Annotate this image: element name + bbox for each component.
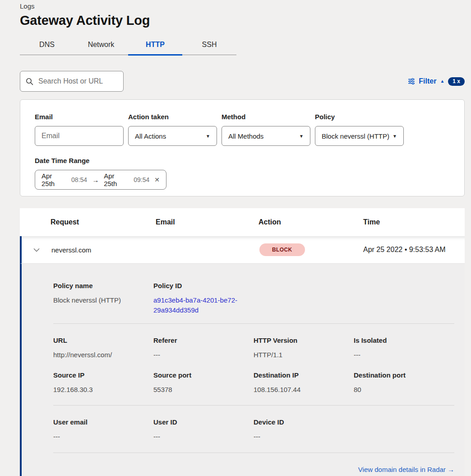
row-time: Apr 25 2022 • 9:53:53 AM xyxy=(363,246,465,254)
destination-port-value: 80 xyxy=(354,385,454,395)
filter-toggle[interactable]: Filter ▲ 1 x xyxy=(408,77,465,86)
search-box[interactable] xyxy=(20,71,124,92)
page-title: Gateway Activity Log xyxy=(20,13,465,28)
user-email-label: User email xyxy=(53,418,153,426)
caret-up-icon: ▲ xyxy=(440,79,444,84)
policy-id-label: Policy ID xyxy=(153,282,454,289)
policy-name-field: Policy name Block neverssl (HTTP) xyxy=(53,282,153,315)
source-port-label: Source port xyxy=(153,371,254,379)
caret-down-icon: ▼ xyxy=(206,134,210,139)
policy-name-value: Block neverssl (HTTP) xyxy=(53,295,153,305)
arrow-right-icon: → xyxy=(92,176,99,184)
action-filter-label: Action taken xyxy=(128,113,217,121)
divider xyxy=(53,323,454,324)
source-ip-label: Source IP xyxy=(53,371,153,379)
http-version-value: HTTP/1.1 xyxy=(254,350,354,360)
tab-bar: DNS Network HTTP SSH xyxy=(20,35,236,55)
column-header-action: Action xyxy=(259,218,363,226)
destination-ip-value: 108.156.107.44 xyxy=(254,385,354,395)
policy-id-link[interactable]: a91c3eb4-ba7a-4201-be72-29a934dd359d xyxy=(153,295,242,315)
user-email-value: --- xyxy=(53,432,153,442)
http-version-label: HTTP Version xyxy=(254,336,354,344)
policy-id-field: Policy ID a91c3eb4-ba7a-4201-be72-29a934… xyxy=(153,282,454,315)
is-isolated-label: Is Isolated xyxy=(354,336,454,344)
row-action: BLOCK xyxy=(259,243,363,256)
block-status-badge: BLOCK xyxy=(259,243,305,256)
destination-ip-label: Destination IP xyxy=(254,371,354,379)
method-filter-label: Method xyxy=(222,113,310,121)
filter-panel: Email Action taken All Actions ▼ Method … xyxy=(20,99,465,196)
policy-name-label: Policy name xyxy=(53,282,153,289)
method-select-value: All Methods xyxy=(228,132,263,140)
date-from: Apr 25th xyxy=(42,172,66,187)
chevron-down-icon[interactable] xyxy=(33,248,41,252)
is-isolated-value: --- xyxy=(354,350,454,360)
caret-down-icon: ▼ xyxy=(299,134,304,139)
user-id-value: --- xyxy=(153,432,254,442)
policy-select[interactable]: Block neverssl (HTTP) ▼ xyxy=(315,126,404,146)
referer-label: Referer xyxy=(153,336,254,344)
filter-label: Filter xyxy=(419,77,436,85)
filter-sliders-icon xyxy=(408,78,415,85)
column-header-request: Request xyxy=(51,218,156,226)
source-ip-value: 192.168.30.3 xyxy=(53,385,153,395)
row-request: neverssl.com xyxy=(51,246,156,254)
source-port-value: 55378 xyxy=(153,385,254,395)
device-id-value: --- xyxy=(254,432,354,442)
tab-dns[interactable]: DNS xyxy=(20,35,74,55)
column-header-time: Time xyxy=(363,218,465,226)
time-to: 09:54 xyxy=(134,176,149,183)
column-header-email: Email xyxy=(156,218,259,226)
action-select-value: All Actions xyxy=(135,132,166,140)
breadcrumb[interactable]: Logs xyxy=(20,0,465,10)
policy-select-value: Block neverssl (HTTP) xyxy=(322,132,389,140)
device-id-label: Device ID xyxy=(254,418,354,426)
search-icon xyxy=(26,78,33,85)
divider xyxy=(53,453,454,453)
search-input[interactable] xyxy=(37,77,118,86)
date-range-picker[interactable]: Apr 25th 08:54 → Apr 25th 09:54 ✕ xyxy=(35,170,166,190)
caret-down-icon: ▼ xyxy=(392,134,397,139)
email-filter-label: Email xyxy=(35,113,124,121)
user-id-label: User ID xyxy=(153,418,254,426)
referer-value: --- xyxy=(153,350,254,360)
url-label: URL xyxy=(53,336,153,344)
action-select[interactable]: All Actions ▼ xyxy=(128,126,217,146)
divider xyxy=(53,405,454,406)
time-from: 08:54 xyxy=(71,176,87,183)
tab-network[interactable]: Network xyxy=(74,35,128,55)
email-filter-input[interactable] xyxy=(35,126,124,146)
url-value: http://neverssl.com/ xyxy=(53,350,153,360)
table-row[interactable]: neverssl.com BLOCK Apr 25 2022 • 9:53:53… xyxy=(20,236,465,264)
activity-table: Request Email Action Time neverssl.com B… xyxy=(20,208,465,476)
close-icon[interactable]: ✕ xyxy=(154,176,160,183)
method-select[interactable]: All Methods ▼ xyxy=(222,126,310,146)
destination-port-label: Destination port xyxy=(354,371,454,379)
view-radar-link[interactable]: View domain details in Radar → xyxy=(358,466,454,473)
row-detail-panel: Policy name Block neverssl (HTTP) Policy… xyxy=(20,264,465,476)
date-range-label: Date Time Range xyxy=(35,157,450,164)
date-to: Apr 25th xyxy=(104,172,129,187)
tab-http[interactable]: HTTP xyxy=(128,35,182,55)
filter-count-badge[interactable]: 1 x xyxy=(448,77,465,86)
policy-filter-label: Policy xyxy=(315,113,404,121)
table-header-row: Request Email Action Time xyxy=(20,208,465,236)
tab-ssh[interactable]: SSH xyxy=(182,35,236,55)
